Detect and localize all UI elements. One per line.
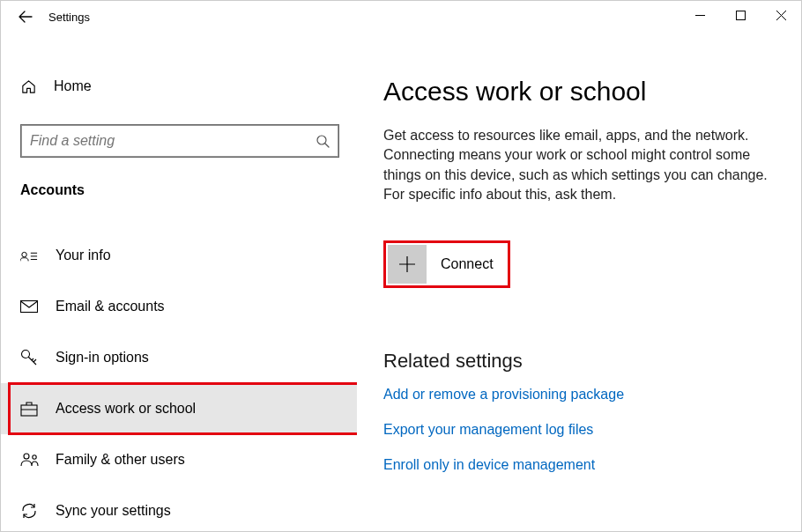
- sidebar-item-access-work-school[interactable]: Access work or school: [1, 383, 357, 434]
- home-icon: [20, 78, 38, 95]
- minimize-icon: [695, 11, 705, 20]
- connect-label: Connect: [441, 256, 494, 272]
- plus-icon: [397, 255, 417, 274]
- sync-icon: [20, 502, 40, 520]
- link-export-logs[interactable]: Export your management log files: [383, 422, 776, 438]
- sidebar-item-label: Access work or school: [56, 401, 196, 417]
- nav-list: Your info Email & accounts Sign-in optio…: [1, 230, 357, 531]
- svg-rect-0: [736, 11, 745, 19]
- search-input[interactable]: [30, 133, 316, 149]
- connect-button[interactable]: Connect: [383, 240, 510, 288]
- related-settings-heading: Related settings: [383, 350, 776, 373]
- sidebar: Home Accounts Your info Email & accounts: [1, 33, 357, 531]
- sidebar-item-label: Family & other users: [56, 452, 185, 468]
- svg-point-6: [24, 454, 29, 459]
- close-icon: [776, 11, 786, 20]
- back-button[interactable]: [8, 1, 43, 33]
- main-content: Access work or school Get access to reso…: [357, 33, 801, 531]
- link-device-management[interactable]: Enroll only in device management: [383, 457, 776, 473]
- svg-point-7: [33, 455, 36, 459]
- sidebar-item-email-accounts[interactable]: Email & accounts: [1, 281, 357, 332]
- sidebar-item-label: Sign-in options: [56, 350, 149, 366]
- maximize-button[interactable]: [720, 1, 761, 29]
- home-button[interactable]: Home: [1, 64, 357, 108]
- person-card-icon: [20, 247, 40, 264]
- window-controls: [679, 1, 801, 33]
- people-icon: [20, 452, 40, 468]
- key-icon: [20, 349, 40, 366]
- page-title: Access work or school: [383, 77, 776, 107]
- search-box[interactable]: [20, 124, 339, 158]
- plus-icon-box: [388, 245, 427, 284]
- maximize-icon: [736, 11, 746, 20]
- title-bar: Settings: [1, 1, 801, 33]
- email-icon: [20, 299, 40, 314]
- page-description: Get access to resources like email, apps…: [383, 126, 776, 205]
- sidebar-item-sync-settings[interactable]: Sync your settings: [1, 485, 357, 531]
- briefcase-icon: [20, 401, 40, 417]
- sidebar-item-signin-options[interactable]: Sign-in options: [1, 332, 357, 383]
- svg-point-2: [22, 252, 26, 256]
- svg-rect-5: [21, 405, 37, 416]
- home-label: Home: [54, 78, 92, 94]
- sidebar-item-label: Your info: [56, 248, 111, 263]
- search-icon: [316, 134, 330, 148]
- sidebar-item-label: Email & accounts: [56, 299, 165, 314]
- arrow-left-icon: [18, 9, 33, 25]
- category-header: Accounts: [20, 182, 357, 198]
- sidebar-item-your-info[interactable]: Your info: [1, 230, 357, 281]
- close-button[interactable]: [761, 1, 801, 29]
- sidebar-item-family-users[interactable]: Family & other users: [1, 434, 357, 485]
- link-provisioning-package[interactable]: Add or remove a provisioning package: [383, 387, 776, 403]
- minimize-button[interactable]: [679, 1, 720, 29]
- window-title: Settings: [48, 11, 90, 24]
- sidebar-item-label: Sync your settings: [56, 503, 171, 519]
- svg-point-1: [317, 136, 326, 144]
